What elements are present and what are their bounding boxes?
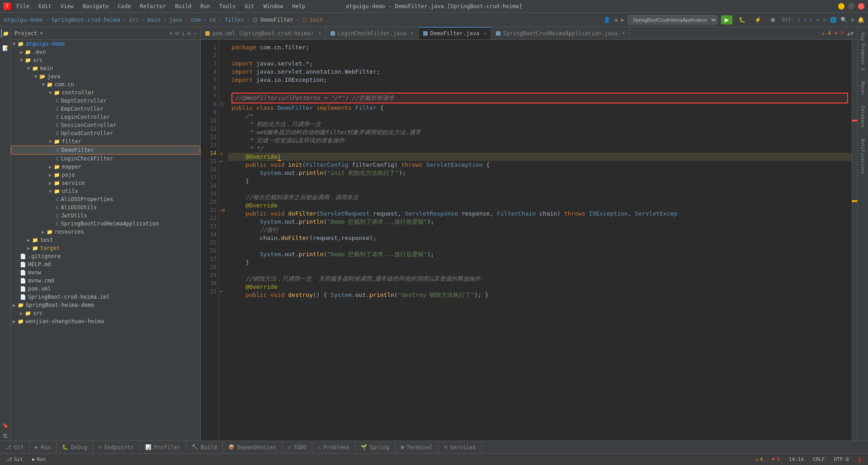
menu-build[interactable]: Build (173, 2, 193, 10)
status-linesep[interactable]: CRLF (810, 456, 828, 462)
menu-tools[interactable]: Tools (217, 2, 237, 10)
tree-demofilter[interactable]: C DemoFilter (11, 146, 200, 155)
tree-src2[interactable]: ▶ 📁 src (11, 309, 200, 317)
breadcrumb-init[interactable]: ⬡ init (302, 17, 323, 23)
tree-logincontroller[interactable]: C LoginController (11, 113, 200, 121)
breadcrumb-com[interactable]: com (191, 17, 201, 23)
tree-src[interactable]: ▼ 📁 src (11, 56, 200, 64)
tree-pojo[interactable]: ▶ 📁 pojo (11, 171, 200, 179)
rs-notifications[interactable]: Notifications (859, 135, 867, 178)
tab-scroll-up[interactable]: ▲ (847, 30, 850, 37)
tree-springboot-heima-demo[interactable]: ▶ 📁 SpringBoot-heima-demo (11, 301, 200, 309)
tree-main[interactable]: ▼ 📁 main (11, 64, 200, 72)
rs-keypromoter[interactable]: Key Promoter X (859, 29, 867, 74)
tree-mvn[interactable]: ▶ 📁 .mvn (11, 48, 200, 56)
rs-maven[interactable]: Maven (859, 78, 867, 99)
breadcrumb-java[interactable]: java (169, 17, 182, 23)
breadcrumb-main[interactable]: main (147, 17, 160, 23)
breadcrumb-src[interactable]: src (129, 17, 139, 23)
tree-comcn[interactable]: ▼ 📁 com.cn (11, 80, 200, 89)
menu-git[interactable]: Git (243, 2, 256, 10)
tab-demofilter[interactable]: DemoFilter.java × (419, 27, 491, 39)
tree-logincheckfilter[interactable]: C LoginCheckFilter (11, 155, 200, 163)
tree-deptcontroller[interactable]: C DeptController (11, 97, 200, 105)
tree-helpmd[interactable]: 📄 HELP.md (11, 260, 200, 268)
code-view[interactable]: package com.cn.filter; import javax.serv… (228, 40, 852, 441)
tab-springbootapp-close[interactable]: × (622, 31, 625, 36)
toolbar-undo[interactable]: ↩ (816, 17, 819, 23)
breadcrumb-module[interactable]: SpringBoot-crud-heima (52, 17, 120, 23)
menu-run[interactable]: Run (198, 2, 212, 10)
tab-logincheck-close[interactable]: × (411, 31, 414, 36)
bottom-tab-run[interactable]: ▶ Run (30, 441, 57, 453)
bottom-tab-endpoints[interactable]: ⊙ Endpoints (93, 441, 140, 453)
tab-pomxml[interactable]: pom.xml (SpringBoot-crud-heima) × (201, 27, 326, 39)
activity-commit[interactable]: 📝 (1, 43, 10, 52)
tab-logincheck[interactable]: LoginCheckFilter.java × (326, 27, 419, 39)
win-close-btn[interactable] (858, 3, 864, 9)
panel-collapse-icon[interactable]: ⊟ (175, 30, 179, 37)
tree-uploadcontroller[interactable]: C UploadController (11, 129, 200, 137)
bottom-tab-debug[interactable]: 🐛 Debug (57, 441, 93, 453)
menu-code[interactable]: Code (116, 2, 133, 10)
rs-database[interactable]: Database (859, 102, 867, 131)
toolbar-forward-icon[interactable]: ▶ (621, 17, 624, 23)
tree-gitignore[interactable]: 📄 .gitignore (11, 252, 200, 260)
tree-mvnw[interactable]: 📄 mvnw (11, 268, 200, 277)
menu-window[interactable]: Window (262, 2, 285, 10)
tree-atguigu-demo[interactable]: ▼ 📁 atguigu-demo (11, 40, 200, 48)
stop-button[interactable]: ⏹ (768, 15, 778, 24)
activity-project[interactable]: 📁 (1, 29, 10, 38)
tab-demofilter-close[interactable]: × (484, 31, 486, 36)
tree-controller[interactable]: ▼ 📁 controller (11, 89, 200, 97)
bottom-tab-services[interactable]: ⚙ Services (439, 441, 481, 453)
toolbar-search[interactable]: 🔍 (840, 17, 847, 23)
bottom-tab-dependencies[interactable]: 📦 Dependencies (223, 441, 283, 453)
run-config-select[interactable]: SpringBootCrudHeimaApplication (628, 15, 717, 24)
toolbar-translate[interactable]: 🌐 (830, 17, 837, 23)
tree-alioss-utils[interactable]: C AliOSSUtils (11, 203, 200, 211)
tab-pomxml-close[interactable]: × (318, 31, 321, 36)
tree-empcontroller[interactable]: C EmpController (11, 105, 200, 113)
run-button[interactable]: ▶ (721, 15, 732, 24)
win-minimize-btn[interactable] (838, 3, 844, 9)
panel-locate-icon[interactable]: ⊙ (170, 30, 173, 37)
tree-resources[interactable]: ▶ 📁 resources (11, 228, 200, 236)
menu-help[interactable]: Help (290, 2, 307, 10)
tree-sessioncontroller[interactable]: C SessionController (11, 121, 200, 129)
menu-view[interactable]: View (59, 2, 75, 10)
toolbar-user-icon[interactable]: 👤 (604, 17, 610, 23)
tree-utils[interactable]: ▼ 📁 utils (11, 187, 200, 195)
breadcrumb-project[interactable]: atguigu-demo (4, 17, 43, 23)
coverage-button[interactable]: ⚡ (752, 15, 764, 24)
tree-target[interactable]: ▶ 📁 target (11, 244, 200, 252)
tree-jwtutils[interactable]: C JwtUtils (11, 211, 200, 220)
tree-mvnwcmd[interactable]: 📄 mvnw.cmd (11, 277, 200, 285)
win-maximize-btn[interactable] (848, 3, 854, 9)
panel-settings-icon[interactable]: ⚙ (188, 30, 191, 37)
debug-button[interactable]: 🐛 (736, 15, 748, 24)
status-encoding[interactable]: UTF-8 (831, 456, 851, 462)
tree-wenjian[interactable]: ▶ 📁 wenjian-shangchuan-heima (11, 317, 200, 325)
menu-navigate[interactable]: Navigate (81, 2, 111, 10)
panel-dropdown-icon[interactable]: ▼ (40, 31, 43, 36)
status-position[interactable]: 14:14 (786, 456, 807, 462)
tree-alioss-props[interactable]: C AliOSSProperties (11, 195, 200, 203)
gutter-21-icon[interactable]: ↩@ (220, 206, 225, 214)
status-run[interactable]: ▶ Run (29, 456, 49, 462)
bottom-tab-spring[interactable]: 🌱 Spring (355, 441, 395, 453)
activity-bookmark[interactable]: 🔖 (1, 421, 10, 430)
toolbar-redo[interactable]: ↪ (823, 17, 826, 23)
gutter-31-icon[interactable]: ↩ (220, 287, 222, 296)
gutter-15-icon[interactable]: ↩ (220, 157, 222, 165)
bottom-tab-terminal[interactable]: ▣ Terminal (396, 441, 439, 453)
menu-refactor[interactable]: Refactor (138, 2, 168, 10)
toolbar-notification[interactable]: 🔔 (858, 17, 864, 23)
tree-service[interactable]: ▶ 📁 service (11, 179, 200, 187)
bottom-tab-profiler[interactable]: 📊 Profiler (140, 441, 186, 453)
tree-iml[interactable]: 📄 SpringBoot-crud-heima.iml (11, 293, 200, 301)
breadcrumb-cn[interactable]: cn (209, 17, 216, 23)
toolbar-git-status[interactable]: ✓ ✓ ✓ (797, 17, 812, 23)
bottom-tab-git[interactable]: ⎇ Git (0, 441, 30, 453)
toolbar-back-icon[interactable]: ◀ (614, 17, 617, 23)
